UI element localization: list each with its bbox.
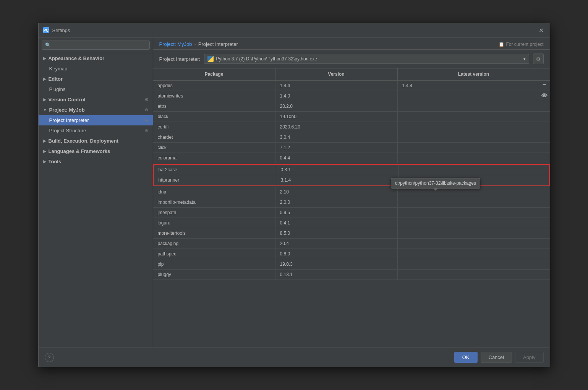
cell-version: 0.8.0 <box>275 249 398 259</box>
dialog-body: ▶ Appearance & Behavior Keymap ▶ Editor … <box>39 37 550 348</box>
sidebar-item-label-keymap: Keymap <box>49 66 68 72</box>
expand-arrow-version-control: ▶ <box>43 98 46 102</box>
cell-latest <box>398 249 550 259</box>
sidebar-item-tools[interactable]: ▶ Tools <box>39 156 153 167</box>
table-row[interactable]: appdirs 1.4.4 1.4.4 <box>153 81 550 91</box>
cell-package: appdirs <box>153 81 275 91</box>
sidebar-item-label-version-control: Version Control <box>49 97 86 102</box>
table-row[interactable]: pathspec 0.8.0 <box>153 249 550 259</box>
cell-latest: d:\python\python37-32\lib\site-packages <box>398 175 549 185</box>
apply-button[interactable]: Apply <box>515 352 544 363</box>
cell-package: colorama <box>153 153 275 163</box>
cancel-button[interactable]: Cancel <box>481 352 512 363</box>
cell-package: pluggy <box>153 270 275 280</box>
settings-dialog: PC Settings ✕ ▶ Appearance & Behavior Ke… <box>38 23 550 367</box>
table-row[interactable]: pip 19.0.3 <box>153 259 550 270</box>
table-row[interactable]: idna 2.10 <box>153 187 550 197</box>
interpreter-select[interactable]: Python 3.7 (2) D:\Python\Python37-32\pyt… <box>204 54 529 64</box>
table-row[interactable]: atomicwrites 1.4.0 <box>153 91 550 101</box>
version-control-icon: ⊙ <box>145 97 148 102</box>
interpreter-label: Project Interpreter: <box>159 56 201 62</box>
table-row[interactable]: jmespath 0.9.5 <box>153 208 550 218</box>
cell-latest <box>398 112 550 122</box>
table-row[interactable]: more-itertools 8.5.0 <box>153 228 550 239</box>
sidebar-item-keymap[interactable]: Keymap <box>39 63 153 74</box>
tooltip: d:\python\python37-32\lib\site-packages <box>391 178 480 188</box>
sidebar-item-editor[interactable]: ▶ Editor <box>39 74 153 84</box>
expand-arrow-languages: ▶ <box>43 149 46 153</box>
breadcrumb-current: Project Interpreter <box>198 41 238 47</box>
eye-button[interactable]: 👁 <box>540 91 549 101</box>
cell-version: 0.4.1 <box>275 218 398 228</box>
cell-package: packaging <box>153 239 275 249</box>
cell-version: 2.10 <box>275 187 398 197</box>
sidebar-item-label-project: Project: MyJob <box>49 107 84 113</box>
search-input[interactable] <box>42 41 150 50</box>
sidebar-item-project-structure[interactable]: Project Structure ⊙ <box>39 125 153 136</box>
expand-arrow-project: ▼ <box>43 108 47 112</box>
header-latest: Latest version <box>398 68 550 80</box>
table-row[interactable]: attrs 20.2.0 <box>153 101 550 112</box>
table-row-har2case[interactable]: har2case 0.3.1 <box>154 165 549 175</box>
cell-package: pathspec <box>153 249 275 259</box>
gear-icon: ⚙ <box>536 56 541 62</box>
interpreter-value: Python 3.7 (2) D:\Python\Python37-32\pyt… <box>216 56 317 62</box>
close-button[interactable]: ✕ <box>538 26 545 34</box>
header-package: Package <box>153 68 275 80</box>
sidebar-item-label-project-interpreter: Project Interpreter <box>49 117 89 123</box>
cell-package: idna <box>153 187 275 197</box>
interpreter-settings-button[interactable]: ⚙ <box>533 54 544 64</box>
table-row[interactable]: importlib-metadata 2.0.0 <box>153 197 550 208</box>
cell-version: 3.1.4 <box>276 175 398 185</box>
ok-button[interactable]: OK <box>454 352 478 363</box>
table-row[interactable]: pluggy 0.13.1 <box>153 270 550 280</box>
cell-version: 20.4 <box>275 239 398 249</box>
table-row[interactable]: colorama 0.4.4 <box>153 153 550 163</box>
cell-package: black <box>153 112 275 122</box>
dialog-title: Settings <box>52 28 70 33</box>
cell-version: 0.13.1 <box>275 270 398 280</box>
table-row-httprunner[interactable]: httprunner 3.1.4 d:\python\python37-32\l… <box>154 175 549 185</box>
cell-latest <box>398 122 550 132</box>
cell-latest <box>398 208 550 218</box>
project-structure-icon: ⊙ <box>145 128 148 133</box>
sidebar-item-project-interpreter[interactable]: Project Interpreter ⊙ <box>39 115 153 125</box>
remove-package-button[interactable]: − <box>540 80 549 89</box>
sidebar-item-languages[interactable]: ▶ Languages & Frameworks <box>39 146 153 156</box>
cell-package: jmespath <box>153 208 275 218</box>
cell-package: pip <box>153 259 275 269</box>
badge-icon: 📋 <box>499 42 504 47</box>
badge-label: For current project <box>506 42 543 47</box>
table-row[interactable]: packaging 20.4 <box>153 239 550 249</box>
sidebar-item-label-editor: Editor <box>49 76 63 82</box>
cell-latest <box>398 197 550 207</box>
highlighted-group: har2case 0.3.1 httprunner 3.1.4 d:\pytho… <box>153 164 550 186</box>
sidebar: ▶ Appearance & Behavior Keymap ▶ Editor … <box>39 37 153 348</box>
sidebar-item-label-project-structure: Project Structure <box>49 128 86 133</box>
sidebar-item-label-plugins: Plugins <box>49 86 66 92</box>
cell-latest <box>398 165 549 175</box>
breadcrumb-project[interactable]: Project: MyJob <box>159 41 192 47</box>
sidebar-item-plugins[interactable]: Plugins <box>39 84 153 94</box>
sidebar-item-version-control[interactable]: ▶ Version Control ⊙ <box>39 94 153 105</box>
app-icon: PC <box>43 27 49 33</box>
title-bar: PC Settings ✕ <box>39 23 550 37</box>
cell-latest <box>398 270 550 280</box>
project-interpreter-icon: ⊙ <box>145 118 148 123</box>
cell-package: har2case <box>154 165 276 175</box>
table-row[interactable]: certifi 2020.6.20 <box>153 122 550 132</box>
sidebar-item-build-execution[interactable]: ▶ Build, Execution, Deployment <box>39 136 153 146</box>
sidebar-item-appearance[interactable]: ▶ Appearance & Behavior <box>39 53 153 63</box>
table-row[interactable]: black 19.10b0 <box>153 112 550 122</box>
sidebar-item-project-myjob[interactable]: ▼ Project: MyJob ⊙ <box>39 105 153 115</box>
table-row[interactable]: chardet 3.0.4 <box>153 132 550 143</box>
table-row[interactable]: loguru 0.4.1 <box>153 218 550 228</box>
cell-version: 1.4.4 <box>275 81 398 91</box>
table-header: Package Version Latest version <box>153 68 550 81</box>
main-content: Project: MyJob › Project Interpreter 📋 F… <box>153 37 550 348</box>
cell-version: 3.0.4 <box>275 132 398 142</box>
cell-latest <box>398 91 550 101</box>
help-button[interactable]: ? <box>45 353 54 362</box>
table-row[interactable]: click 7.1.2 <box>153 143 550 153</box>
sidebar-item-label-appearance: Appearance & Behavior <box>49 55 105 61</box>
